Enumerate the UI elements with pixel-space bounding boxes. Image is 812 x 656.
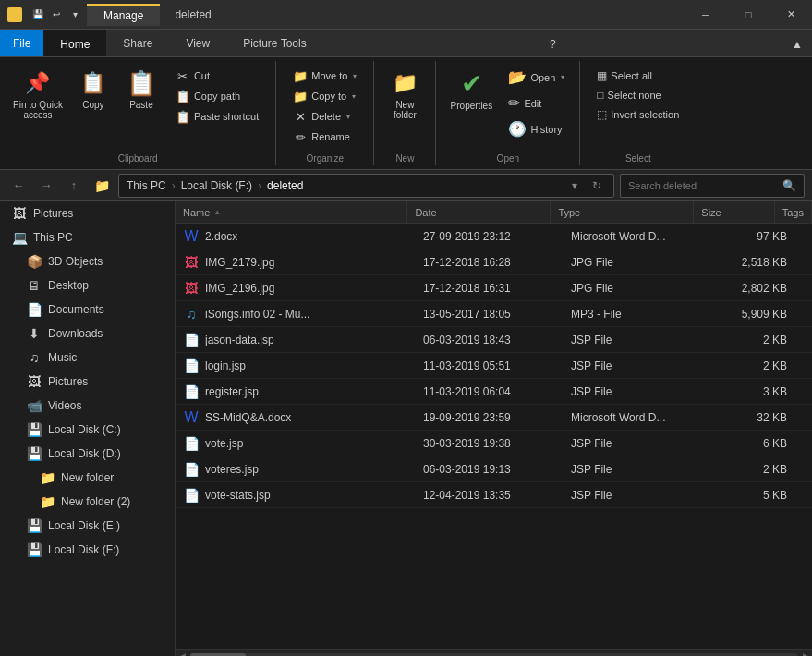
- rename-button[interactable]: ✏ Rename: [287, 128, 362, 146]
- sidebar-item-local-disk-e[interactable]: 💾Local Disk (E:): [0, 514, 175, 538]
- search-input[interactable]: [628, 180, 779, 191]
- ribbon-collapse[interactable]: ▲: [782, 32, 812, 56]
- sidebar-item-desktop[interactable]: 🖥Desktop: [0, 273, 175, 298]
- select-group: ▦ Select all □ Select none ⬚ Invert sele…: [588, 65, 688, 126]
- sidebar-icon-music: ♫: [26, 350, 42, 365]
- qa-undo[interactable]: ↩: [48, 6, 65, 23]
- table-row[interactable]: ♫ iSongs.info 02 - Mu... 13-05-2017 18:0…: [176, 301, 812, 327]
- organize-label: Organize: [307, 152, 345, 165]
- copy-to-button[interactable]: 📁 Copy to ▾: [287, 87, 362, 105]
- window-title: deleted: [175, 8, 211, 21]
- tab-home[interactable]: Home: [43, 30, 106, 56]
- qa-dropdown[interactable]: ▾: [67, 6, 83, 23]
- sidebar-label-this-pc: This PC: [33, 231, 73, 244]
- path-dropdown[interactable]: ▾: [565, 176, 584, 195]
- edit-button[interactable]: ✏ Edit: [501, 91, 572, 115]
- table-row[interactable]: 🖼 IMG_2179.jpg 17-12-2018 16:28 JPG File…: [176, 249, 812, 275]
- close-button[interactable]: ✕: [770, 0, 812, 30]
- pin-quick-access-button[interactable]: 📌 Pin to Quickaccess: [7, 65, 68, 124]
- delete-button[interactable]: ✕ Delete ▾: [287, 107, 362, 126]
- table-row[interactable]: 📄 login.jsp 11-03-2019 05:51 JSP File 2 …: [176, 353, 812, 379]
- properties-button[interactable]: ✔ Properties: [443, 65, 499, 115]
- file-type-cell: JSP File: [564, 437, 711, 450]
- paste-button[interactable]: 📋 Paste: [118, 65, 164, 114]
- col-header-date[interactable]: Date: [407, 201, 551, 223]
- path-refresh[interactable]: ↻: [588, 176, 606, 195]
- nav-back-button[interactable]: ←: [7, 175, 30, 197]
- search-box[interactable]: 🔍: [620, 174, 805, 198]
- table-row[interactable]: 📄 vote-stats.jsp 12-04-2019 13:35 JSP Fi…: [176, 482, 812, 508]
- ribbon-help[interactable]: ?: [540, 32, 565, 56]
- sidebar-item-local-disk-f[interactable]: 💾Local Disk (F:): [0, 538, 175, 562]
- copy-button[interactable]: 📋 Copy: [70, 65, 116, 114]
- tab-picture-tools[interactable]: Picture Tools: [226, 30, 322, 56]
- sidebar-item-this-pc[interactable]: 💻This PC: [0, 225, 175, 249]
- history-button[interactable]: 🕐 History: [501, 116, 572, 141]
- col-type-label: Type: [558, 207, 580, 218]
- maximize-button[interactable]: □: [727, 0, 770, 30]
- col-header-size[interactable]: Size: [694, 201, 774, 223]
- table-row[interactable]: 📄 voteres.jsp 06-03-2019 19:13 JSP File …: [176, 456, 812, 482]
- file-date-cell: 17-12-2018 16:28: [416, 256, 564, 269]
- file-size-cell: 5 KB: [711, 489, 794, 502]
- h-scrollbar[interactable]: ◀ ▶: [176, 649, 812, 656]
- table-row[interactable]: 📄 jason-data.jsp 06-03-2019 18:43 JSP Fi…: [176, 327, 812, 353]
- address-path[interactable]: This PC › Local Disk (F:) › deleted ▾ ↻: [118, 174, 614, 198]
- open-group: 📂 Open ▾ ✏ Edit 🕐 History: [501, 65, 572, 141]
- minimize-button[interactable]: ─: [685, 0, 727, 30]
- sidebar-label-music: Music: [48, 351, 77, 364]
- table-row[interactable]: 📄 vote.jsp 30-03-2019 19:38 JSP File 6 K…: [176, 431, 812, 456]
- h-scroll-right[interactable]: ▶: [799, 650, 812, 657]
- invert-selection-button[interactable]: ⬚ Invert selection: [591, 105, 685, 124]
- h-scroll-thumb[interactable]: [190, 653, 246, 657]
- manage-tab[interactable]: Manage: [87, 4, 160, 26]
- file-name-text: register.jsp: [205, 385, 259, 398]
- rename-label: Rename: [311, 131, 350, 142]
- file-type-cell: JSP File: [564, 463, 711, 476]
- table-row[interactable]: 📄 register.jsp 11-03-2019 06:04 JSP File…: [176, 379, 812, 405]
- file-size-cell: 2,802 KB: [711, 282, 794, 295]
- nav-up-button[interactable]: ↑: [63, 175, 85, 197]
- paste-shortcut-button[interactable]: 📋 Paste shortcut: [170, 107, 264, 126]
- qa-save[interactable]: 💾: [30, 6, 46, 23]
- tab-file[interactable]: File: [0, 30, 43, 56]
- title-bar: 💾 ↩ ▾ Manage deleted ─ □ ✕: [0, 0, 812, 30]
- search-icon: 🔍: [782, 179, 796, 192]
- sidebar-item-3d-objects[interactable]: 📦3D Objects: [0, 249, 175, 273]
- sidebar-item-pictures-quick[interactable]: 🖼Pictures: [0, 201, 175, 225]
- address-bar: ← → ↑ 📁 This PC › Local Disk (F:) › dele…: [0, 170, 812, 201]
- nav-forward-button[interactable]: →: [35, 175, 57, 197]
- sidebar-item-downloads[interactable]: ⬇Downloads: [0, 322, 175, 346]
- copy-path-button[interactable]: 📋 Copy path: [170, 87, 264, 105]
- organize-small-group: 📁 Move to ▾ 📁 Copy to ▾ ✕ Delete ▾ ✏ Ren…: [284, 65, 366, 148]
- h-scroll-track[interactable]: [190, 653, 797, 657]
- sidebar-item-videos[interactable]: 📹Videos: [0, 394, 175, 418]
- sidebar-item-pictures[interactable]: 🖼Pictures: [0, 370, 175, 394]
- file-icon-4: 📄: [183, 332, 200, 348]
- cut-button[interactable]: ✂ Cut: [170, 67, 264, 85]
- col-header-type[interactable]: Type: [551, 201, 694, 223]
- move-to-button[interactable]: 📁 Move to ▾: [287, 67, 362, 85]
- file-type-cell: JSP File: [564, 489, 711, 502]
- file-size-cell: 6 KB: [711, 437, 794, 450]
- tab-view[interactable]: View: [169, 30, 226, 56]
- table-row[interactable]: 🖼 IMG_2196.jpg 17-12-2018 16:31 JPG File…: [176, 275, 812, 301]
- col-header-name[interactable]: Name ▲: [176, 201, 407, 223]
- sidebar-item-new-folder[interactable]: 📁New folder: [0, 466, 175, 490]
- sidebar-item-local-disk-d[interactable]: 💾Local Disk (D:): [0, 442, 175, 466]
- tab-share[interactable]: Share: [106, 30, 169, 56]
- open-button[interactable]: 📂 Open ▾: [501, 65, 572, 90]
- table-row[interactable]: W 2.docx 27-09-2019 23:12 Microsoft Word…: [176, 224, 812, 249]
- sidebar-item-local-disk-c[interactable]: 💾Local Disk (C:): [0, 418, 175, 442]
- h-scroll-left[interactable]: ◀: [176, 650, 188, 657]
- sidebar-item-music[interactable]: ♫Music: [0, 346, 175, 370]
- sidebar-item-new-folder-2[interactable]: 📁New folder (2): [0, 490, 175, 514]
- select-all-button[interactable]: ▦ Select all: [591, 67, 685, 85]
- pin-label: Pin to Quickaccess: [13, 100, 63, 120]
- select-none-button[interactable]: □ Select none: [591, 86, 685, 104]
- sidebar-item-documents[interactable]: 📄Documents: [0, 298, 175, 322]
- delete-icon: ✕: [293, 109, 308, 124]
- col-header-tags[interactable]: Tags: [775, 201, 812, 223]
- table-row[interactable]: W SS-MidQ&A.docx 19-09-2019 23:59 Micros…: [176, 405, 812, 431]
- new-folder-button[interactable]: 📁 Newfolder: [382, 65, 428, 124]
